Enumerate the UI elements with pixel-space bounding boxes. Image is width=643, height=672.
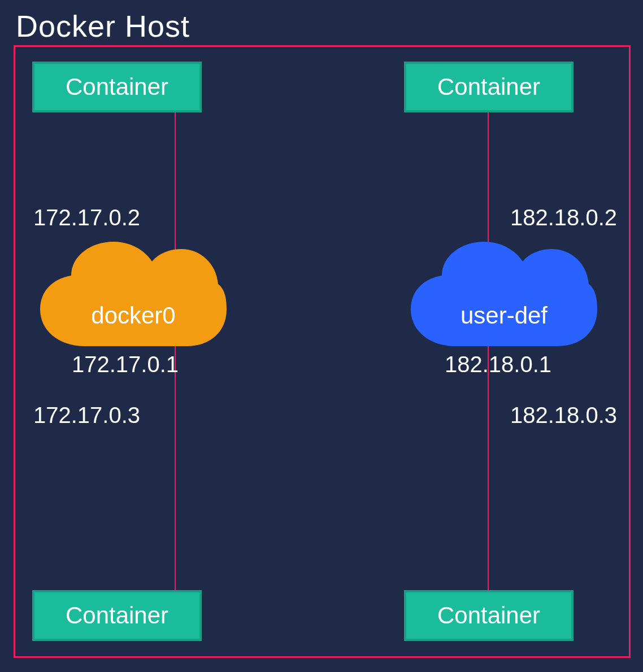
container-box-top-left: Container	[32, 62, 202, 112]
container-box-bottom-right: Container	[404, 590, 574, 641]
ip-address-label: 172.17.0.3	[33, 403, 140, 428]
ip-address-label: 182.18.0.2	[510, 205, 617, 230]
ip-address-label: 182.18.0.3	[510, 403, 617, 428]
network-cloud-docker0: docker0	[40, 233, 227, 346]
docker-host-frame: Container Container Container Container …	[14, 45, 631, 658]
container-box-bottom-left: Container	[32, 590, 202, 641]
network-name-label: docker0	[40, 302, 227, 329]
container-label: Container	[437, 602, 540, 629]
cloud-icon	[411, 233, 597, 352]
container-label: Container	[66, 602, 168, 629]
network-name-label: user-def	[411, 302, 597, 329]
ip-address-label: 172.17.0.1	[72, 352, 179, 377]
container-label: Container	[66, 73, 168, 101]
network-cloud-user-def: user-def	[411, 233, 597, 346]
ip-address-label: 182.18.0.1	[445, 352, 551, 377]
container-box-top-right: Container	[404, 62, 574, 112]
cloud-icon	[40, 233, 227, 352]
host-title: Docker Host	[16, 8, 190, 43]
ip-address-label: 172.17.0.2	[33, 205, 140, 230]
container-label: Container	[437, 73, 540, 101]
